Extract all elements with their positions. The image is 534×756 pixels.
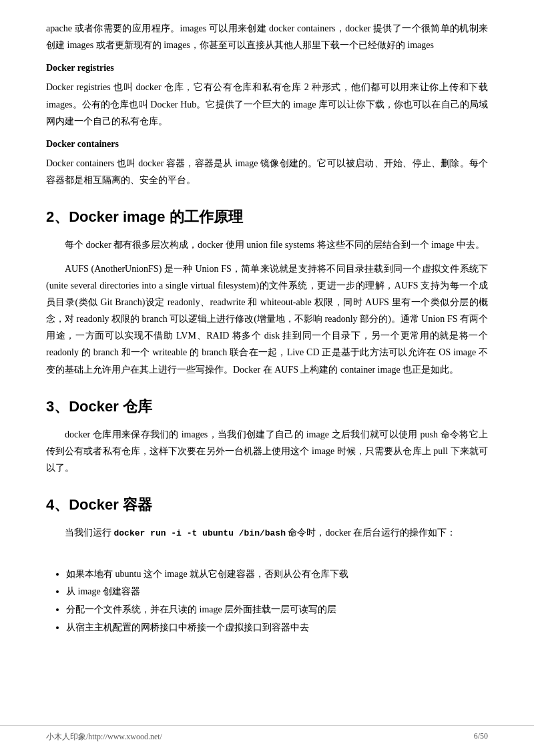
docker-containers-body: Docker containers 也叫 docker 容器，容器是从 imag… (46, 155, 488, 188)
list-item: 从 image 创建容器 (66, 583, 488, 601)
intro-paragraph: apache 或者你需要的应用程序。images 可以用来创建 docker c… (46, 20, 488, 53)
page-footer: 小木人印象/http://www.xwood.net/ 6/50 (0, 725, 534, 743)
chapter3-para1: docker 仓库用来保存我们的 images，当我们创建了自己的 image … (46, 426, 488, 477)
footer-site: 小木人印象/http://www.xwood.net/ (46, 731, 162, 743)
docker-registries-body: Docker registries 也叫 docker 仓库，它有公有仓库和私有… (46, 79, 488, 130)
chapter4-heading: 4、Docker 容器 (46, 495, 488, 515)
docker-registries-heading: Docker registries (46, 63, 488, 73)
list-item: 如果本地有 ubuntu 这个 image 就从它创建容器，否则从公有仓库下载 (66, 566, 488, 584)
list-item: 分配一个文件系统，并在只读的 image 层外面挂载一层可读写的层 (66, 601, 488, 619)
chapter2-para1: 每个 docker 都有很多层次构成，docker 使用 union file … (46, 236, 488, 253)
chapter4-command: docker run -i -t ubuntu /bin/bash (114, 528, 286, 538)
chapter2-heading: 2、Docker image 的工作原理 (46, 207, 488, 227)
chapter3-heading: 3、Docker 仓库 (46, 397, 488, 417)
footer-page-number: 6/50 (474, 731, 488, 743)
chapter4-bullet-list: 如果本地有 ubuntu 这个 image 就从它创建容器，否则从公有仓库下载从… (66, 566, 488, 636)
list-item: 从宿主主机配置的网桥接口中桥接一个虚拟接口到容器中去 (66, 619, 488, 637)
chapter4-intro: 当我们运行 docker run -i -t ubuntu /bin/bash … (46, 524, 488, 541)
docker-containers-heading: Docker containers (46, 139, 488, 150)
chapter2-para2: AUFS (AnotherUnionFS) 是一种 Union FS，简单来说就… (46, 260, 488, 378)
